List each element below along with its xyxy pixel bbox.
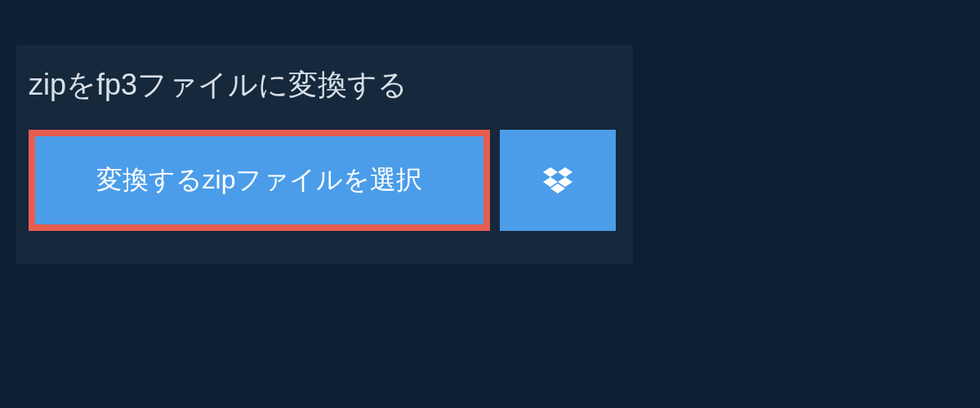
select-file-button[interactable]: 変換するzipファイルを選択 — [29, 130, 490, 231]
page-title: zipをfp3ファイルに変換する — [16, 45, 420, 130]
converter-panel: zipをfp3ファイルに変換する 変換するzipファイルを選択 — [16, 45, 633, 264]
select-file-button-label: 変換するzipファイルを選択 — [96, 162, 423, 198]
dropbox-button[interactable] — [500, 130, 616, 231]
dropbox-icon — [543, 167, 572, 193]
button-row: 変換するzipファイルを選択 — [16, 130, 633, 231]
